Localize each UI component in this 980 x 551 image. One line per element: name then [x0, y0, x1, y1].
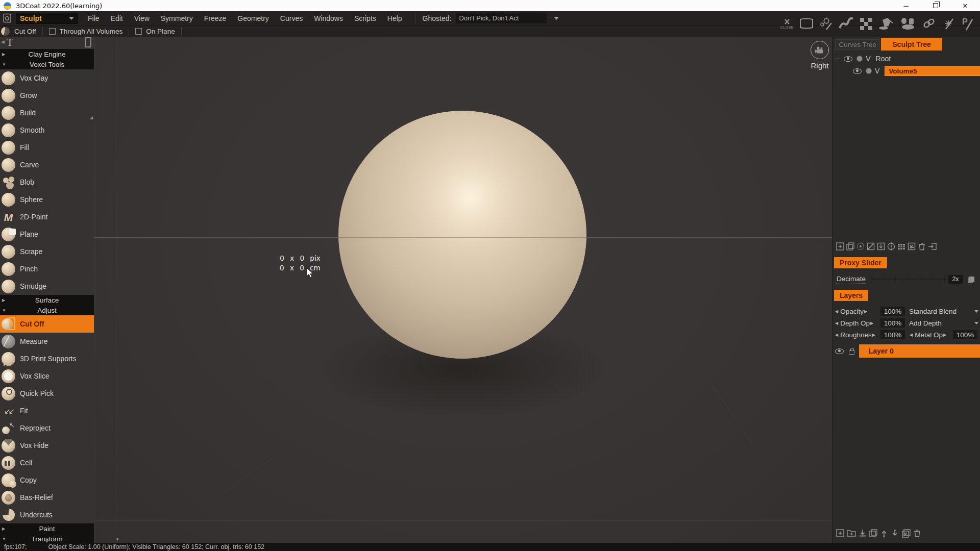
tool-vox-hide[interactable]: Vox Hide	[0, 437, 94, 454]
metal-value[interactable]: 100%	[953, 330, 977, 339]
ghosted-dropdown[interactable]: Don't Pick, Don't Act	[456, 13, 547, 23]
roughness-spinner[interactable]: ◀ Roughnes ▶	[835, 331, 876, 339]
tool-grow[interactable]: Grow	[0, 87, 94, 104]
tool-plane[interactable]: Plane	[0, 226, 94, 243]
collapse-icon[interactable]: −	[836, 55, 840, 63]
tool-fill[interactable]: Fill	[0, 139, 94, 156]
materials-checker-icon[interactable]	[857, 17, 875, 30]
minimize-button[interactable]: ─	[891, 0, 921, 11]
depth-value[interactable]: 100%	[880, 318, 905, 328]
menu-edit[interactable]: Edit	[105, 14, 129, 22]
stroke-mode-icon[interactable]	[837, 17, 855, 30]
section-adjust[interactable]: ▼ Adjust	[0, 305, 94, 315]
delete-layer-icon[interactable]	[913, 529, 922, 538]
tool-pinch[interactable]: Pinch	[0, 260, 94, 278]
menu-geometry[interactable]: Geometry	[232, 14, 274, 22]
tool-build[interactable]: Build ◢	[0, 104, 94, 121]
light-brush-icon[interactable]	[939, 17, 957, 30]
move-down-icon[interactable]	[890, 529, 899, 538]
no-pick-icon[interactable]	[866, 242, 875, 251]
section-clay-engine[interactable]: ▶ Clay Engine	[0, 49, 94, 59]
menu-help[interactable]: Help	[382, 14, 408, 22]
visibility-eye-icon[interactable]	[844, 56, 852, 62]
tree-row-root[interactable]: − V Root	[836, 53, 891, 64]
restore-button[interactable]	[921, 0, 950, 11]
clear-layer-icon[interactable]	[907, 242, 916, 251]
depth-spinner[interactable]: ◀ Depth Op ▶	[835, 319, 874, 327]
room-selector[interactable]: Sculpt	[16, 13, 78, 24]
paint-p-brush-icon[interactable]: P	[959, 16, 976, 31]
tool-sphere[interactable]: Sphere	[0, 191, 94, 208]
link-icon[interactable]	[921, 17, 937, 30]
spin-left-icon[interactable]: ◀	[835, 333, 839, 337]
spin-right-icon[interactable]: ▶	[872, 333, 876, 337]
viewport-3d[interactable]: 0 x 0 pix 0 x 0 cm Right	[94, 37, 832, 543]
tool-cut-off[interactable]: Cut Off	[0, 315, 94, 333]
rect-tool-icon[interactable]	[85, 37, 91, 47]
tool-measure[interactable]: ╱ Measure	[0, 333, 94, 350]
spin-left-icon[interactable]: ◀	[835, 309, 839, 314]
tool-undercuts[interactable]: ↓ Undercuts	[0, 506, 94, 523]
decimate-label[interactable]: Decimate	[837, 275, 866, 284]
move-up-icon[interactable]	[879, 529, 889, 538]
close-button[interactable]: ✕	[950, 0, 980, 11]
tool-reproject[interactable]: ↖ Reproject	[0, 419, 94, 437]
visibility-eye-icon[interactable]	[853, 68, 862, 74]
menu-scripts[interactable]: Scripts	[349, 14, 382, 22]
paint-pour-icon[interactable]	[877, 17, 896, 30]
ghost-toggle-icon[interactable]	[866, 68, 872, 74]
export-exit-icon[interactable]	[927, 242, 938, 251]
dotted-circle-icon[interactable]	[856, 242, 865, 251]
layer0-row[interactable]: Layer 0	[832, 344, 980, 358]
render-frame-icon[interactable]	[797, 17, 816, 30]
volume5-selected-field[interactable]: Volume5	[885, 66, 980, 76]
root-node-label[interactable]: Root	[876, 55, 891, 63]
menu-view[interactable]: View	[129, 14, 155, 22]
settings-brush-icon[interactable]	[818, 17, 835, 30]
add-layer-icon[interactable]	[836, 529, 845, 538]
layer-visibility-eye-icon[interactable]	[835, 348, 844, 354]
add-volume-icon[interactable]	[836, 242, 845, 251]
tool-bas-relief[interactable]: Bas-Relief	[0, 489, 94, 506]
menu-freeze[interactable]: Freeze	[199, 14, 232, 22]
spin-right-icon[interactable]: ▶	[943, 333, 947, 337]
import-icon[interactable]	[858, 529, 867, 538]
menu-windows[interactable]: Windows	[308, 14, 349, 22]
primitives-icon[interactable]	[898, 17, 919, 30]
target-icon[interactable]	[887, 242, 896, 251]
decimate-slider[interactable]	[871, 275, 946, 283]
metal-spinner[interactable]: ◀ Metal Op ▶	[909, 331, 947, 339]
opacity-spinner[interactable]: ◀ Opacity ▶	[835, 308, 868, 315]
tool-carve[interactable]: Carve	[0, 156, 94, 173]
voxel-mode-label[interactable]: V	[875, 67, 879, 75]
ghost-toggle-icon[interactable]	[856, 56, 863, 62]
lock-icon[interactable]	[849, 350, 854, 355]
voxel-mode-label[interactable]: V	[866, 55, 870, 63]
tool-quick-pick[interactable]: Quick Pick	[0, 385, 94, 402]
tool-vox-slice[interactable]: Vox Slice	[0, 367, 94, 385]
tool-2d-paint[interactable]: M 2D-Paint	[0, 208, 94, 226]
tool-smudge[interactable]: Smudge	[0, 278, 94, 295]
merge-delete-icon[interactable]	[901, 529, 911, 538]
roughness-value[interactable]: 100%	[880, 330, 905, 339]
opacity-value[interactable]: 100%	[880, 307, 905, 316]
layer0-bar[interactable]: Layer 0	[859, 344, 980, 358]
trash-icon[interactable]	[917, 242, 926, 251]
tool-fit[interactable]: ↙↙ Fit	[0, 402, 94, 419]
spin-left-icon[interactable]: ◀	[909, 333, 913, 337]
tool-blob[interactable]: Blob	[0, 173, 94, 191]
decimate-value[interactable]: 2x	[948, 275, 963, 284]
tool-smooth[interactable]: Smooth	[0, 121, 94, 139]
grid-table-icon[interactable]	[897, 242, 906, 251]
menu-curves[interactable]: Curves	[275, 14, 308, 22]
panel-scroll-down-icon[interactable]: ▼	[115, 537, 119, 542]
section-surface[interactable]: ▶ Surface	[0, 295, 94, 305]
close-panel-button[interactable]: CLOSE	[779, 18, 795, 29]
add-folder-icon[interactable]	[846, 529, 856, 538]
voxel-sphere-model[interactable]	[338, 111, 586, 359]
collapse-left-icon[interactable]: ◀	[1, 39, 5, 44]
depth-blend-dropdown[interactable]: Add Depth	[909, 319, 978, 327]
tab-curves-tree[interactable]: Curves Tree	[835, 39, 880, 50]
section-paint[interactable]: ▶ Paint	[0, 523, 94, 534]
camera-view-button[interactable]	[811, 41, 829, 59]
